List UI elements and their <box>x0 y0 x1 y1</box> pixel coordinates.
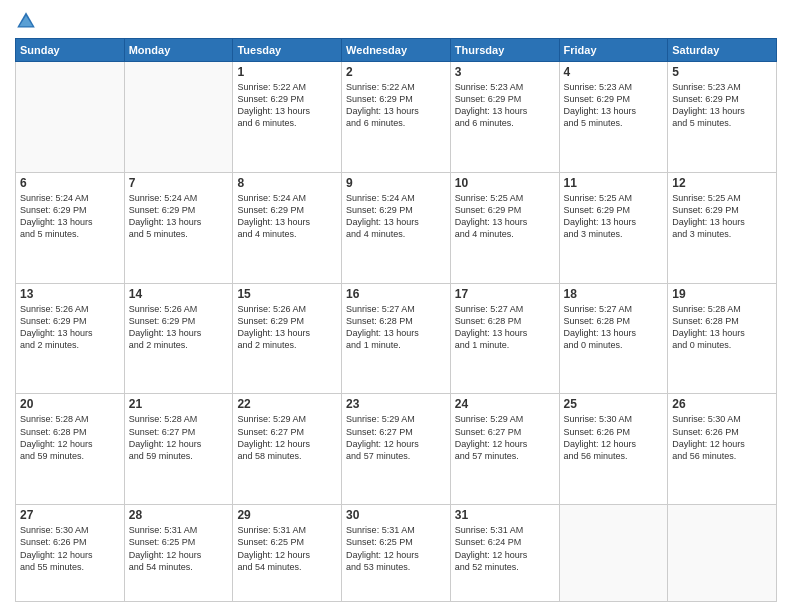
calendar-cell: 4Sunrise: 5:23 AM Sunset: 6:29 PM Daylig… <box>559 62 668 173</box>
day-number: 8 <box>237 176 337 190</box>
calendar-week-row: 1Sunrise: 5:22 AM Sunset: 6:29 PM Daylig… <box>16 62 777 173</box>
day-number: 30 <box>346 508 446 522</box>
day-info: Sunrise: 5:31 AM Sunset: 6:24 PM Dayligh… <box>455 524 555 573</box>
day-info: Sunrise: 5:24 AM Sunset: 6:29 PM Dayligh… <box>346 192 446 241</box>
day-info: Sunrise: 5:27 AM Sunset: 6:28 PM Dayligh… <box>564 303 664 352</box>
day-info: Sunrise: 5:31 AM Sunset: 6:25 PM Dayligh… <box>129 524 229 573</box>
calendar-week-row: 27Sunrise: 5:30 AM Sunset: 6:26 PM Dayli… <box>16 505 777 602</box>
calendar-cell: 31Sunrise: 5:31 AM Sunset: 6:24 PM Dayli… <box>450 505 559 602</box>
calendar-cell: 8Sunrise: 5:24 AM Sunset: 6:29 PM Daylig… <box>233 172 342 283</box>
day-number: 26 <box>672 397 772 411</box>
day-number: 13 <box>20 287 120 301</box>
day-number: 17 <box>455 287 555 301</box>
calendar-cell: 26Sunrise: 5:30 AM Sunset: 6:26 PM Dayli… <box>668 394 777 505</box>
day-info: Sunrise: 5:23 AM Sunset: 6:29 PM Dayligh… <box>672 81 772 130</box>
day-info: Sunrise: 5:26 AM Sunset: 6:29 PM Dayligh… <box>20 303 120 352</box>
calendar-cell: 30Sunrise: 5:31 AM Sunset: 6:25 PM Dayli… <box>342 505 451 602</box>
day-number: 7 <box>129 176 229 190</box>
day-info: Sunrise: 5:30 AM Sunset: 6:26 PM Dayligh… <box>672 413 772 462</box>
calendar-cell: 2Sunrise: 5:22 AM Sunset: 6:29 PM Daylig… <box>342 62 451 173</box>
day-info: Sunrise: 5:23 AM Sunset: 6:29 PM Dayligh… <box>455 81 555 130</box>
day-header-saturday: Saturday <box>668 39 777 62</box>
calendar-cell: 12Sunrise: 5:25 AM Sunset: 6:29 PM Dayli… <box>668 172 777 283</box>
calendar-week-row: 13Sunrise: 5:26 AM Sunset: 6:29 PM Dayli… <box>16 283 777 394</box>
calendar-cell: 29Sunrise: 5:31 AM Sunset: 6:25 PM Dayli… <box>233 505 342 602</box>
day-number: 29 <box>237 508 337 522</box>
day-info: Sunrise: 5:29 AM Sunset: 6:27 PM Dayligh… <box>237 413 337 462</box>
calendar-cell: 17Sunrise: 5:27 AM Sunset: 6:28 PM Dayli… <box>450 283 559 394</box>
day-number: 23 <box>346 397 446 411</box>
day-info: Sunrise: 5:29 AM Sunset: 6:27 PM Dayligh… <box>455 413 555 462</box>
day-number: 24 <box>455 397 555 411</box>
day-info: Sunrise: 5:30 AM Sunset: 6:26 PM Dayligh… <box>564 413 664 462</box>
day-number: 27 <box>20 508 120 522</box>
calendar-cell: 28Sunrise: 5:31 AM Sunset: 6:25 PM Dayli… <box>124 505 233 602</box>
day-info: Sunrise: 5:27 AM Sunset: 6:28 PM Dayligh… <box>455 303 555 352</box>
day-number: 12 <box>672 176 772 190</box>
day-info: Sunrise: 5:24 AM Sunset: 6:29 PM Dayligh… <box>237 192 337 241</box>
day-number: 25 <box>564 397 664 411</box>
calendar-cell: 24Sunrise: 5:29 AM Sunset: 6:27 PM Dayli… <box>450 394 559 505</box>
calendar-week-row: 6Sunrise: 5:24 AM Sunset: 6:29 PM Daylig… <box>16 172 777 283</box>
day-info: Sunrise: 5:28 AM Sunset: 6:28 PM Dayligh… <box>672 303 772 352</box>
day-info: Sunrise: 5:22 AM Sunset: 6:29 PM Dayligh… <box>237 81 337 130</box>
calendar-cell: 13Sunrise: 5:26 AM Sunset: 6:29 PM Dayli… <box>16 283 125 394</box>
calendar-cell <box>668 505 777 602</box>
day-number: 19 <box>672 287 772 301</box>
calendar-cell <box>559 505 668 602</box>
day-number: 11 <box>564 176 664 190</box>
calendar-table: SundayMondayTuesdayWednesdayThursdayFrid… <box>15 38 777 602</box>
calendar-cell: 27Sunrise: 5:30 AM Sunset: 6:26 PM Dayli… <box>16 505 125 602</box>
calendar-cell: 6Sunrise: 5:24 AM Sunset: 6:29 PM Daylig… <box>16 172 125 283</box>
day-number: 21 <box>129 397 229 411</box>
day-number: 28 <box>129 508 229 522</box>
calendar-week-row: 20Sunrise: 5:28 AM Sunset: 6:28 PM Dayli… <box>16 394 777 505</box>
calendar-cell: 3Sunrise: 5:23 AM Sunset: 6:29 PM Daylig… <box>450 62 559 173</box>
day-info: Sunrise: 5:26 AM Sunset: 6:29 PM Dayligh… <box>129 303 229 352</box>
calendar-cell: 18Sunrise: 5:27 AM Sunset: 6:28 PM Dayli… <box>559 283 668 394</box>
calendar-cell: 11Sunrise: 5:25 AM Sunset: 6:29 PM Dayli… <box>559 172 668 283</box>
calendar-cell: 10Sunrise: 5:25 AM Sunset: 6:29 PM Dayli… <box>450 172 559 283</box>
day-header-monday: Monday <box>124 39 233 62</box>
day-info: Sunrise: 5:24 AM Sunset: 6:29 PM Dayligh… <box>129 192 229 241</box>
day-number: 20 <box>20 397 120 411</box>
calendar-cell: 5Sunrise: 5:23 AM Sunset: 6:29 PM Daylig… <box>668 62 777 173</box>
day-number: 22 <box>237 397 337 411</box>
day-info: Sunrise: 5:22 AM Sunset: 6:29 PM Dayligh… <box>346 81 446 130</box>
day-header-tuesday: Tuesday <box>233 39 342 62</box>
calendar-cell: 7Sunrise: 5:24 AM Sunset: 6:29 PM Daylig… <box>124 172 233 283</box>
day-number: 6 <box>20 176 120 190</box>
header <box>15 10 777 32</box>
calendar-cell: 21Sunrise: 5:28 AM Sunset: 6:27 PM Dayli… <box>124 394 233 505</box>
day-info: Sunrise: 5:25 AM Sunset: 6:29 PM Dayligh… <box>564 192 664 241</box>
calendar-cell <box>124 62 233 173</box>
logo-icon <box>15 10 37 32</box>
day-number: 3 <box>455 65 555 79</box>
day-info: Sunrise: 5:27 AM Sunset: 6:28 PM Dayligh… <box>346 303 446 352</box>
day-number: 18 <box>564 287 664 301</box>
day-info: Sunrise: 5:25 AM Sunset: 6:29 PM Dayligh… <box>455 192 555 241</box>
calendar-cell: 22Sunrise: 5:29 AM Sunset: 6:27 PM Dayli… <box>233 394 342 505</box>
day-number: 1 <box>237 65 337 79</box>
day-number: 4 <box>564 65 664 79</box>
day-header-wednesday: Wednesday <box>342 39 451 62</box>
calendar-cell: 1Sunrise: 5:22 AM Sunset: 6:29 PM Daylig… <box>233 62 342 173</box>
page: SundayMondayTuesdayWednesdayThursdayFrid… <box>0 0 792 612</box>
day-number: 14 <box>129 287 229 301</box>
day-info: Sunrise: 5:26 AM Sunset: 6:29 PM Dayligh… <box>237 303 337 352</box>
day-header-sunday: Sunday <box>16 39 125 62</box>
calendar-cell: 16Sunrise: 5:27 AM Sunset: 6:28 PM Dayli… <box>342 283 451 394</box>
calendar-cell: 15Sunrise: 5:26 AM Sunset: 6:29 PM Dayli… <box>233 283 342 394</box>
day-info: Sunrise: 5:29 AM Sunset: 6:27 PM Dayligh… <box>346 413 446 462</box>
calendar-cell <box>16 62 125 173</box>
calendar-cell: 23Sunrise: 5:29 AM Sunset: 6:27 PM Dayli… <box>342 394 451 505</box>
day-info: Sunrise: 5:31 AM Sunset: 6:25 PM Dayligh… <box>237 524 337 573</box>
day-info: Sunrise: 5:28 AM Sunset: 6:28 PM Dayligh… <box>20 413 120 462</box>
day-header-thursday: Thursday <box>450 39 559 62</box>
day-info: Sunrise: 5:24 AM Sunset: 6:29 PM Dayligh… <box>20 192 120 241</box>
day-number: 5 <box>672 65 772 79</box>
day-info: Sunrise: 5:28 AM Sunset: 6:27 PM Dayligh… <box>129 413 229 462</box>
calendar-cell: 20Sunrise: 5:28 AM Sunset: 6:28 PM Dayli… <box>16 394 125 505</box>
day-info: Sunrise: 5:30 AM Sunset: 6:26 PM Dayligh… <box>20 524 120 573</box>
day-number: 16 <box>346 287 446 301</box>
